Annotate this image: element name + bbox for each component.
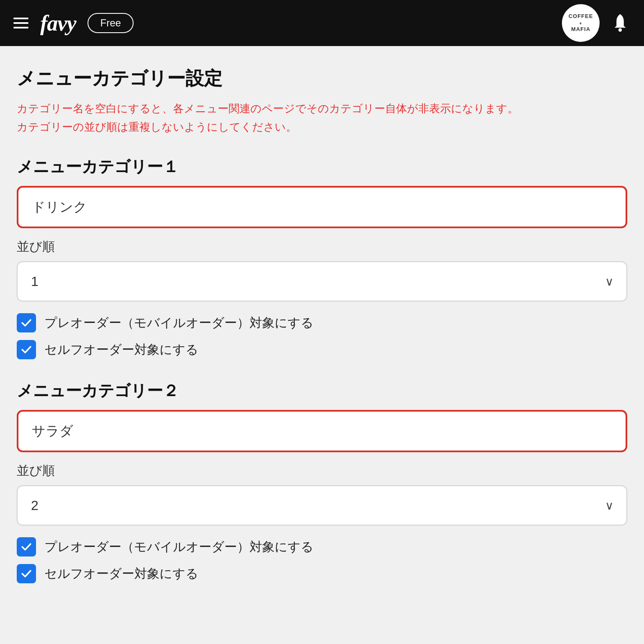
category-2-preorder-label: プレオーダー（モバイルオーダー）対象にする [44,538,314,556]
avatar-text: COFFEE ♦ MAFIA [569,13,593,33]
category-2-selforder-row[interactable]: セルフオーダー対象にする [17,564,627,583]
category-1-preorder-label: プレオーダー（モバイルオーダー）対象にする [44,314,314,332]
category-1-order-wrapper: 1 2 3 4 5 ∨ [17,261,627,301]
category-1-order-label: 並び順 [17,238,627,255]
header: favy Free COFFEE ♦ MAFIA [0,0,644,46]
category-section-2: メニューカテゴリー２ 並び順 1 2 3 4 5 ∨ プレオーダー（モバイルオー… [17,380,627,583]
main-content: メニューカテゴリー設定 カテゴリー名を空白にすると、各メニュー関連のページでその… [0,46,644,624]
category-2-order-wrapper: 1 2 3 4 5 ∨ [17,485,627,526]
category-2-name-input[interactable] [17,410,627,452]
category-2-selforder-checkbox[interactable] [17,564,36,583]
category-1-preorder-checkbox[interactable] [17,313,36,332]
header-right: COFFEE ♦ MAFIA [562,4,631,42]
category-section-1: メニューカテゴリー１ 並び順 1 2 3 4 5 ∨ プレオーダー（モバイルオー… [17,156,627,359]
category-1-selforder-checkbox[interactable] [17,340,36,359]
category-2-preorder-row[interactable]: プレオーダー（モバイルオーダー）対象にする [17,537,627,556]
category-1-heading: メニューカテゴリー１ [17,156,627,178]
category-2-heading: メニューカテゴリー２ [17,380,627,402]
plan-badge: Free [88,13,133,33]
bell-icon[interactable] [610,13,631,33]
logo: favy [40,11,76,36]
hamburger-menu-icon[interactable] [13,18,28,28]
notice-text: カテゴリー名を空白にすると、各メニュー関連のページでそのカテゴリー自体が非表示に… [17,99,627,136]
category-1-preorder-row[interactable]: プレオーダー（モバイルオーダー）対象にする [17,313,627,332]
category-2-order-label: 並び順 [17,462,627,479]
category-1-selforder-label: セルフオーダー対象にする [44,341,198,358]
category-2-order-select[interactable]: 1 2 3 4 5 [17,485,627,526]
category-1-name-input[interactable] [17,186,627,228]
page-title: メニューカテゴリー設定 [17,66,627,91]
category-2-preorder-checkbox[interactable] [17,537,36,556]
header-left: favy Free [13,11,134,36]
svg-point-0 [618,28,622,32]
avatar[interactable]: COFFEE ♦ MAFIA [562,4,600,42]
category-2-selforder-label: セルフオーダー対象にする [44,565,198,582]
category-1-order-select[interactable]: 1 2 3 4 5 [17,261,627,301]
category-1-selforder-row[interactable]: セルフオーダー対象にする [17,340,627,359]
